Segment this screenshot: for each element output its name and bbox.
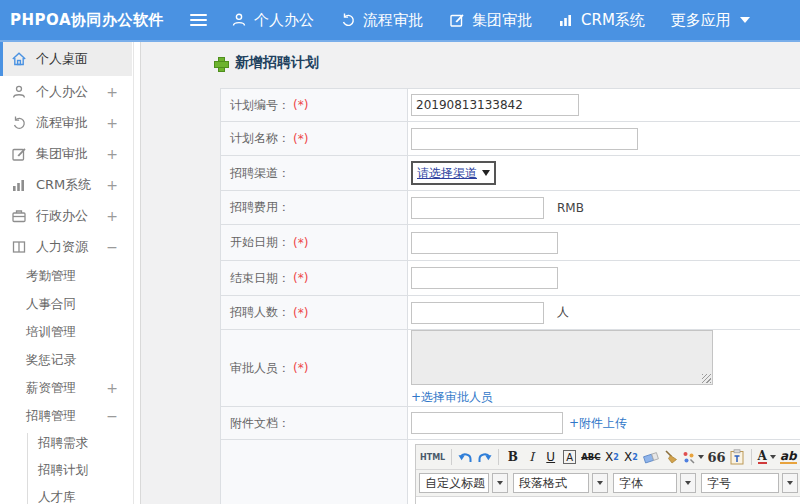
channel-select[interactable]: 请选择渠道: [411, 161, 496, 185]
expand-icon[interactable]: +: [106, 380, 118, 396]
editor-toolbar-row2: 自定义标题 段落格式 字体 字号: [416, 470, 800, 497]
blockquote-button[interactable]: 66: [707, 448, 727, 467]
expand-icon[interactable]: +: [106, 208, 118, 224]
home-icon: [11, 51, 27, 67]
bold-button[interactable]: B: [504, 448, 521, 467]
user-icon: [231, 12, 247, 28]
page-title: 新增招聘计划: [214, 54, 319, 72]
expand-icon[interactable]: +: [106, 177, 118, 193]
sidebar-item-crm[interactable]: CRM系统 +: [0, 169, 132, 200]
strikethrough-button[interactable]: ABC: [580, 448, 601, 467]
form-row-editor: HTML B I U A ABC X2 X2: [221, 440, 800, 504]
start-date-input[interactable]: [411, 232, 558, 254]
field-label: 计划名称：: [230, 130, 290, 147]
required-marker: (*): [293, 271, 308, 285]
font-color-button[interactable]: A: [757, 448, 777, 467]
sidebar-item-attendance[interactable]: 考勤管理: [0, 262, 132, 290]
caret-down-icon: [770, 455, 776, 459]
expand-icon[interactable]: +: [106, 146, 118, 162]
sidebar-item-admin-office[interactable]: 行政办公 +: [0, 200, 132, 231]
sidebar-item-personal-office[interactable]: 个人办公 +: [0, 76, 132, 107]
process-icon: [11, 115, 27, 131]
sidebar-item-desktop[interactable]: 个人桌面: [0, 42, 132, 76]
recruit-submenu: 招聘需求 招聘计划 人才库: [0, 430, 140, 504]
sidebar-item-workflow-approval[interactable]: 流程审批 +: [0, 107, 132, 138]
plan-name-input[interactable]: [411, 128, 638, 150]
expand-icon[interactable]: +: [106, 84, 118, 100]
chart-icon: [558, 12, 574, 28]
caret-down-icon: [740, 17, 750, 23]
caret-down-icon[interactable]: [592, 473, 608, 493]
select-approvers-link[interactable]: +选择审批人员: [411, 389, 493, 406]
richtext-editor: HTML B I U A ABC X2 X2: [415, 444, 800, 504]
caret-down-icon[interactable]: [680, 473, 696, 493]
required-marker: (*): [293, 361, 308, 375]
font-family-combo[interactable]: 字体: [613, 473, 677, 493]
sidebar-item-recruit-plan[interactable]: 招聘计划: [0, 457, 140, 484]
html-source-button[interactable]: HTML: [419, 448, 446, 467]
underline-button[interactable]: U: [542, 448, 559, 467]
sidebar-item-rewards[interactable]: 奖惩记录: [0, 346, 132, 374]
main-content: 新增招聘计划 计划编号：(*) 计划名称：(*) 招聘渠道： 请选择渠道 招聘费…: [141, 42, 800, 504]
sidebar: 个人桌面 个人办公 + 流程审批 + 集团审批 + CRM系统 + 行政办公 +…: [0, 42, 141, 504]
sidebar-item-recruit-demand[interactable]: 招聘需求: [0, 430, 140, 457]
form-row-cost: 招聘费用： RMB: [221, 191, 800, 225]
form-row-attachment: 附件文档： +附件上传: [221, 407, 800, 440]
form-row-plan-number: 计划编号：(*): [221, 89, 800, 122]
chart-icon: [11, 177, 27, 193]
subscript-button[interactable]: X2: [623, 448, 640, 467]
italic-button[interactable]: I: [523, 448, 540, 467]
sidebar-item-salary[interactable]: 薪资管理 +: [0, 374, 132, 402]
required-marker: (*): [293, 306, 308, 320]
sidebar-item-training[interactable]: 培训管理: [0, 318, 132, 346]
recruit-plan-form: 计划编号：(*) 计划名称：(*) 招聘渠道： 请选择渠道 招聘费用： RMB …: [220, 88, 800, 504]
format-brush-icon[interactable]: [662, 448, 679, 467]
field-label: 招聘人数：: [230, 304, 290, 321]
sidebar-item-hr[interactable]: 人力资源 −: [0, 231, 132, 262]
redo-icon[interactable]: [476, 448, 493, 467]
top-navbar: PHPOA协同办公软件 个人办公 流程审批 集团审批 CRM系统 更多应用: [0, 0, 800, 42]
field-label: 招聘渠道：: [230, 165, 290, 182]
paste-as-text-icon[interactable]: [729, 448, 746, 467]
heading-combo[interactable]: 自定义标题: [419, 473, 489, 493]
paragraph-format-combo[interactable]: 段落格式: [513, 473, 589, 493]
nav-more-apps[interactable]: 更多应用: [671, 11, 750, 30]
superscript-button[interactable]: X2: [604, 448, 621, 467]
char-border-button[interactable]: A: [563, 450, 576, 464]
sidebar-item-group-approval[interactable]: 集团审批 +: [0, 138, 132, 169]
sidebar-item-hr-contract[interactable]: 人事合同: [0, 290, 132, 318]
editor-content-area[interactable]: [416, 497, 800, 504]
quick-format-icon[interactable]: [681, 448, 705, 467]
upload-attachment-link[interactable]: +附件上传: [569, 415, 627, 432]
nav-workflow-approval[interactable]: 流程审批: [340, 11, 423, 30]
expand-icon[interactable]: +: [106, 115, 118, 131]
undo-icon[interactable]: [457, 448, 474, 467]
required-marker: (*): [293, 236, 308, 250]
edit-icon: [11, 146, 27, 162]
collapse-icon[interactable]: −: [106, 408, 118, 424]
eraser-icon[interactable]: [642, 448, 660, 467]
caret-down-icon: [698, 455, 704, 459]
field-label: 审批人员：: [230, 360, 290, 377]
caret-down-icon[interactable]: [782, 473, 798, 493]
required-marker: (*): [293, 132, 308, 146]
plan-number-input[interactable]: [411, 94, 579, 116]
approvers-textarea[interactable]: [411, 330, 713, 385]
field-label: 附件文档：: [230, 415, 290, 432]
highlight-button[interactable]: ab: [779, 448, 800, 467]
caret-down-icon[interactable]: [492, 473, 508, 493]
nav-personal-office[interactable]: 个人办公: [231, 11, 314, 30]
collapse-icon[interactable]: −: [106, 239, 118, 255]
nav-group-approval[interactable]: 集团审批: [449, 11, 532, 30]
attachment-input[interactable]: [411, 412, 563, 434]
end-date-input[interactable]: [411, 267, 558, 289]
menu-toggle-icon[interactable]: [190, 14, 207, 26]
sidebar-item-talent-pool[interactable]: 人才库: [0, 484, 140, 504]
sidebar-item-recruit-mgmt[interactable]: 招聘管理 −: [0, 402, 132, 430]
caret-down-icon: [482, 170, 490, 176]
nav-crm-system[interactable]: CRM系统: [558, 11, 645, 30]
form-row-end-date: 结束日期：(*): [221, 261, 800, 296]
cost-input[interactable]: [411, 197, 544, 219]
font-size-combo[interactable]: 字号: [701, 473, 779, 493]
headcount-input[interactable]: [411, 302, 544, 324]
